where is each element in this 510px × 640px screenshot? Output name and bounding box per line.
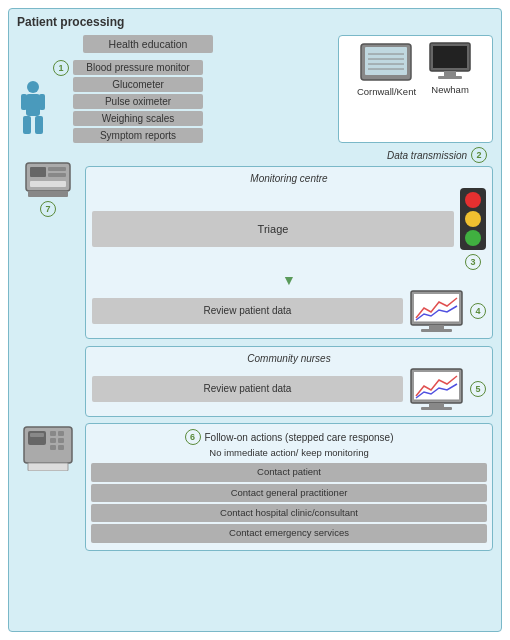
svg-rect-39 [50, 445, 56, 450]
fax-icon-left [22, 155, 74, 199]
svg-rect-34 [30, 433, 44, 437]
svg-rect-4 [21, 94, 27, 110]
action-no-immediate: No immediate action/ keep monitoring [91, 445, 487, 461]
health-education-box: Health education [83, 35, 213, 53]
community-nurses-title: Community nurses [92, 353, 486, 364]
action-contact-gp: Contact general practitioner [91, 484, 487, 502]
monitoring-centre-title: Monitoring centre [92, 173, 486, 184]
svg-rect-30 [429, 403, 444, 407]
action-contact-patient: Contact patient [91, 463, 487, 481]
followon-box: 6 Follow-on actions (stepped care respon… [85, 423, 493, 551]
arrow-down-1: ▼ [92, 272, 486, 288]
circle-5: 5 [470, 381, 486, 397]
newham-label: Newham [431, 84, 469, 95]
triage-box: Triage [92, 211, 454, 247]
monitoring-box: Cornwall/Kent Newham [338, 35, 493, 143]
newham-item: Newham [426, 42, 474, 97]
svg-rect-21 [28, 191, 68, 197]
svg-rect-31 [421, 407, 452, 410]
svg-rect-36 [58, 431, 64, 436]
community-nurses-box: Community nurses Review patient data [85, 346, 493, 417]
svg-rect-15 [438, 76, 462, 79]
svg-rect-26 [421, 329, 452, 332]
followon-title: Follow-on actions (stepped care response… [205, 431, 394, 444]
circle-1: 1 [53, 60, 69, 76]
traffic-light-yellow [465, 211, 481, 227]
computer-chart-2 [409, 368, 464, 410]
device-symptom-reports: Symptom reports [73, 128, 203, 143]
svg-rect-25 [429, 325, 444, 329]
followon-title-row: 6 Follow-on actions (stepped care respon… [91, 429, 487, 445]
data-transmission-row: Data transmission 2 [85, 147, 493, 163]
circle-6: 6 [185, 429, 201, 445]
svg-rect-14 [444, 71, 456, 76]
svg-rect-37 [50, 438, 56, 443]
person-icon [17, 80, 49, 135]
page-title: Patient processing [17, 15, 493, 29]
outer-container: Patient processing Health education [0, 0, 510, 640]
svg-rect-18 [48, 167, 66, 171]
svg-rect-2 [23, 116, 31, 134]
svg-rect-3 [35, 116, 43, 134]
svg-rect-40 [58, 445, 64, 450]
fax-phone-left: 7 [17, 155, 79, 217]
svg-rect-1 [26, 94, 40, 116]
device-list: Blood pressure monitor Glucometer Pulse … [73, 60, 332, 143]
top-section: Health education [17, 35, 493, 143]
svg-rect-38 [58, 438, 64, 443]
community-review-row: Review patient data 5 [92, 368, 486, 410]
svg-point-0 [27, 81, 39, 93]
center-right-flow: Data transmission 2 Monitoring centre Tr… [85, 147, 493, 417]
svg-rect-7 [365, 47, 407, 75]
svg-rect-19 [48, 173, 66, 177]
action-contact-hospital: Contact hospital clinic/consultant [91, 504, 487, 522]
action-contact-emergency: Contact emergency services [91, 524, 487, 542]
svg-rect-20 [30, 181, 66, 187]
main-container: Patient processing Health education [8, 8, 502, 632]
monitoring-centre-box: Monitoring centre Triage 3 [85, 166, 493, 339]
left-col: Health education [17, 35, 332, 143]
data-transmission-label: Data transmission [387, 150, 467, 161]
svg-rect-35 [50, 431, 56, 436]
landline-phone [17, 423, 79, 471]
traffic-light-col: 3 [460, 188, 486, 270]
traffic-light-green [465, 230, 481, 246]
svg-rect-13 [433, 46, 467, 68]
cornwall-kent-item: Cornwall/Kent [357, 42, 416, 97]
svg-rect-17 [30, 167, 46, 177]
circle-2: 2 [471, 147, 487, 163]
review-row: Review patient data [92, 290, 486, 332]
tablet-svg [360, 42, 412, 82]
community-review-box: Review patient data [92, 376, 403, 402]
monitor-svg [426, 42, 474, 80]
device-weighing-scales: Weighing scales [73, 111, 203, 126]
device-glucometer: Glucometer [73, 77, 203, 92]
computer-chart-1 [409, 290, 464, 332]
landline-phone-icon [22, 423, 74, 471]
circle-4: 4 [470, 303, 486, 319]
devices-row: 1 Blood pressure monitor Glucometer Puls… [17, 60, 332, 143]
community-review-label: Review patient data [204, 383, 292, 394]
cornwall-kent-label: Cornwall/Kent [357, 86, 416, 97]
review-patient-label: Review patient data [204, 305, 292, 316]
review-patient-box: Review patient data [92, 298, 403, 324]
svg-rect-41 [28, 463, 68, 471]
circle-7: 7 [40, 201, 56, 217]
traffic-light [460, 188, 486, 250]
bottom-section: 6 Follow-on actions (stepped care respon… [17, 423, 493, 551]
monitoring-devices: Cornwall/Kent Newham [357, 42, 474, 97]
circle-3: 3 [465, 254, 481, 270]
svg-rect-5 [39, 94, 45, 110]
triage-row: Triage 3 [92, 188, 486, 270]
traffic-light-red [465, 192, 481, 208]
device-pulse-oximeter: Pulse oximeter [73, 94, 203, 109]
device-blood-pressure: Blood pressure monitor [73, 60, 203, 75]
